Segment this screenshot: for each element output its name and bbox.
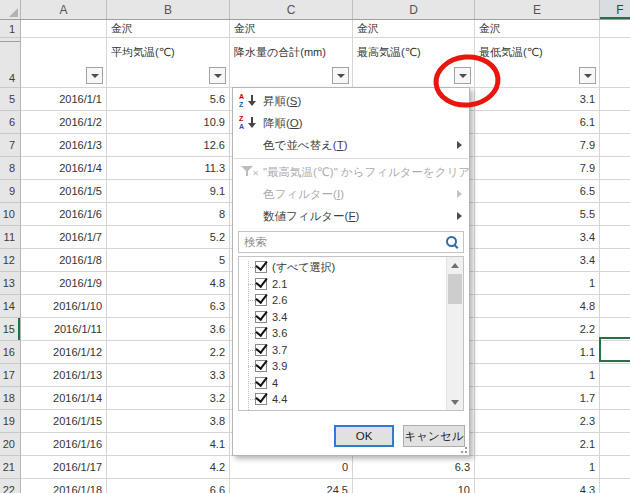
row-header-1[interactable]: 1 — [0, 20, 21, 38]
cell-F15[interactable] — [600, 318, 630, 341]
cell-A1[interactable] — [21, 20, 107, 38]
cell-A14[interactable]: 2016/1/10 — [21, 295, 107, 318]
cell-E5[interactable]: 3.1 — [475, 88, 600, 111]
cell-D4[interactable]: 最高気温(℃) — [353, 42, 475, 88]
cell-E19[interactable]: 2.3 — [475, 410, 600, 433]
checkbox-checked-icon[interactable] — [255, 327, 267, 339]
cell-F20[interactable] — [600, 433, 630, 456]
filter-value-item-partial[interactable] — [239, 408, 446, 411]
cell-E21[interactable]: 1 — [475, 456, 600, 479]
cancel-button[interactable]: キャンセル — [403, 425, 465, 447]
row-header-5[interactable]: 5 — [0, 88, 21, 111]
cell-A8[interactable]: 2016/1/4 — [21, 157, 107, 180]
cell-C21[interactable]: 0 — [230, 456, 353, 479]
cell-E12[interactable]: 3.4 — [475, 249, 600, 272]
filter-value-item[interactable]: 3.7 — [239, 342, 446, 359]
cell-B15[interactable]: 3.6 — [107, 318, 230, 341]
checkbox-checked-icon[interactable] — [255, 344, 267, 356]
menu-item-sort-by-color[interactable]: 色で並べ替え(T) — [233, 134, 469, 156]
cell-A15[interactable]: 2016/1/11 — [21, 318, 107, 341]
filter-button-E4[interactable] — [579, 67, 596, 84]
checkbox-checked-icon[interactable] — [255, 393, 267, 405]
cell-A13[interactable]: 2016/1/9 — [21, 272, 107, 295]
cell-B6[interactable]: 10.9 — [107, 111, 230, 134]
row-header-4[interactable]: 4 — [0, 42, 21, 88]
filter-value-item[interactable]: 3.6 — [239, 325, 446, 342]
cell-B9[interactable]: 9.1 — [107, 180, 230, 203]
ok-button[interactable]: OK — [334, 425, 394, 447]
cell-F7[interactable] — [600, 134, 630, 157]
cell-D1[interactable]: 金沢 — [353, 20, 475, 38]
cell-D22[interactable]: 10 — [353, 479, 475, 493]
cell-B5[interactable]: 5.6 — [107, 88, 230, 111]
cell-F12[interactable] — [600, 249, 630, 272]
search-input[interactable] — [239, 232, 463, 252]
cell-A6[interactable]: 2016/1/2 — [21, 111, 107, 134]
cell-A21[interactable]: 2016/1/17 — [21, 456, 107, 479]
cell-E17[interactable]: 1 — [475, 364, 600, 387]
cell-F21[interactable] — [600, 456, 630, 479]
checkbox-checked-icon[interactable] — [255, 294, 267, 306]
cell-A19[interactable]: 2016/1/15 — [21, 410, 107, 433]
row-header-20[interactable]: 20 — [0, 433, 21, 456]
cell-A16[interactable]: 2016/1/12 — [21, 341, 107, 364]
cell-A20[interactable]: 2016/1/16 — [21, 433, 107, 456]
column-header-F[interactable]: F — [600, 0, 630, 19]
column-header-D[interactable]: D — [353, 0, 475, 19]
cell-E10[interactable]: 5.5 — [475, 203, 600, 226]
column-header-B[interactable]: B — [107, 0, 230, 19]
filter-button-B4[interactable] — [209, 67, 226, 84]
cell-A22[interactable]: 2016/1/18 — [21, 479, 107, 493]
cell-E11[interactable]: 3.4 — [475, 226, 600, 249]
checkbox-checked-icon[interactable] — [255, 360, 267, 372]
cell-A5[interactable]: 2016/1/1 — [21, 88, 107, 111]
cell-E4[interactable]: 最低気温(℃) — [475, 42, 600, 88]
cell-C4[interactable]: 降水量の合計(mm) — [230, 42, 353, 88]
row-header-16[interactable]: 16 — [0, 341, 21, 364]
filter-button-A4[interactable] — [86, 67, 103, 84]
cell-A7[interactable]: 2016/1/3 — [21, 134, 107, 157]
menu-item-sort-descending[interactable]: ZA降順(O) — [233, 112, 469, 134]
scrollbar-thumb[interactable] — [448, 274, 462, 304]
column-header-E[interactable]: E — [475, 0, 600, 19]
cell-E16[interactable]: 1.1 — [475, 341, 600, 364]
cell-A18[interactable]: 2016/1/14 — [21, 387, 107, 410]
row-header-6[interactable]: 6 — [0, 111, 21, 134]
cell-B18[interactable]: 3.2 — [107, 387, 230, 410]
cell-F10[interactable] — [600, 203, 630, 226]
row-header-19[interactable]: 19 — [0, 410, 21, 433]
cell-F19[interactable] — [600, 410, 630, 433]
cell-B17[interactable]: 3.3 — [107, 364, 230, 387]
menu-item-number-filter[interactable]: 数値フィルター(F) — [233, 205, 469, 227]
cell-E14[interactable]: 4.8 — [475, 295, 600, 318]
cell-F4[interactable] — [600, 42, 630, 88]
filter-value-item[interactable]: 2.1 — [239, 276, 446, 293]
row-header-11[interactable]: 11 — [0, 226, 21, 249]
cell-B19[interactable]: 3.8 — [107, 410, 230, 433]
resize-grip[interactable] — [465, 451, 467, 453]
cell-E6[interactable]: 6.1 — [475, 111, 600, 134]
cell-B13[interactable]: 4.8 — [107, 272, 230, 295]
cell-D21[interactable]: 6.3 — [353, 456, 475, 479]
cell-A4[interactable] — [21, 42, 107, 88]
row-header-7[interactable]: 7 — [0, 134, 21, 157]
cell-F11[interactable] — [600, 226, 630, 249]
checkbox-checked-icon[interactable] — [255, 377, 267, 389]
cell-B1[interactable]: 金沢 — [107, 20, 230, 38]
filter-button-D4[interactable] — [454, 67, 471, 84]
filter-value-item[interactable]: 3.4 — [239, 309, 446, 326]
cell-A9[interactable]: 2016/1/5 — [21, 180, 107, 203]
cell-F13[interactable] — [600, 272, 630, 295]
row-header-18[interactable]: 18 — [0, 387, 21, 410]
cell-F5[interactable] — [600, 88, 630, 111]
row-header-17[interactable]: 17 — [0, 364, 21, 387]
cell-A10[interactable]: 2016/1/6 — [21, 203, 107, 226]
checkbox-checked-icon[interactable] — [255, 278, 267, 290]
filter-value-item[interactable]: 2.6 — [239, 292, 446, 309]
cell-E22[interactable]: 4.3 — [475, 479, 600, 493]
cell-F16[interactable] — [600, 341, 630, 364]
filter-value-item[interactable]: 3.9 — [239, 358, 446, 375]
menu-item-sort-ascending[interactable]: AZ昇順(S) — [233, 90, 469, 112]
select-all-corner[interactable] — [0, 0, 21, 19]
cell-B11[interactable]: 5.2 — [107, 226, 230, 249]
